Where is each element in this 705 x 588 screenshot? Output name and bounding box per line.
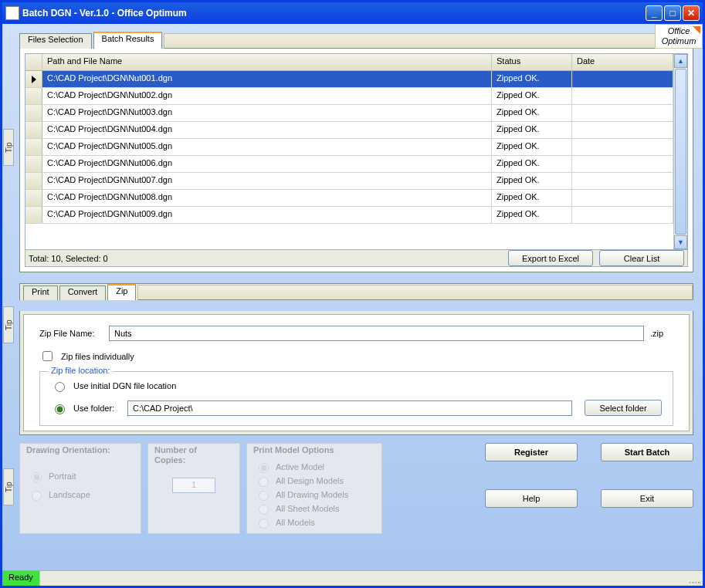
- cell-status: Zipped OK.: [492, 156, 572, 172]
- zip-location-legend: Zip file location:: [48, 366, 113, 375]
- table-row[interactable]: C:\CAD Project\DGN\Nut005.dgnZipped OK.: [25, 139, 673, 156]
- resize-grip[interactable]: [689, 571, 703, 586]
- table-row[interactable]: C:\CAD Project\DGN\Nut002.dgnZipped OK.: [25, 88, 673, 105]
- cell-date: [572, 207, 673, 223]
- table-row[interactable]: C:\CAD Project\DGN\Nut004.dgnZipped OK.: [25, 122, 673, 139]
- cell-date: [572, 139, 673, 155]
- zip-use-folder-radio[interactable]: [55, 404, 65, 414]
- close-button[interactable]: ✕: [683, 5, 700, 21]
- vertical-scrollbar[interactable]: ▲ ▼: [673, 54, 687, 249]
- cell-status: Zipped OK.: [492, 88, 572, 104]
- cell-status: Zipped OK.: [492, 105, 572, 121]
- cell-path: C:\CAD Project\DGN\Nut004.dgn: [42, 122, 492, 138]
- scroll-down-icon[interactable]: ▼: [674, 235, 687, 249]
- subtab-convert[interactable]: Convert: [59, 286, 107, 300]
- copies-value: 1: [172, 478, 215, 493]
- scroll-thumb[interactable]: [675, 69, 686, 235]
- tab-files-selection[interactable]: Files Selection: [19, 33, 92, 49]
- cell-status: Zipped OK.: [492, 122, 572, 138]
- cell-path: C:\CAD Project\DGN\Nut008.dgn: [42, 190, 492, 206]
- results-panel: Path and File Name Status Date C:\CAD Pr…: [19, 49, 693, 272]
- grid-footer: Total: 10, Selected: 0 Export to Excel C…: [25, 250, 688, 267]
- zip-use-folder-label: Use folder:: [73, 404, 121, 413]
- cell-path: C:\CAD Project\DGN\Nut002.dgn: [42, 88, 492, 104]
- copies-group: Number of Copies: 1: [147, 443, 240, 534]
- table-row[interactable]: C:\CAD Project\DGN\Nut001.dgnZipped OK.: [25, 71, 673, 88]
- zip-folder-input[interactable]: [127, 400, 572, 416]
- tip-button-1[interactable]: Tip: [3, 129, 14, 166]
- minimize-button[interactable]: _: [646, 5, 663, 21]
- printmodel-group: Print Model Options Active ModelAll Desi…: [246, 443, 382, 534]
- tab-batch-results[interactable]: Batch Results: [93, 32, 163, 49]
- printmodel-radio: [259, 491, 269, 501]
- cell-status: Zipped OK.: [492, 71, 572, 87]
- tip-button-3[interactable]: Tip: [3, 468, 14, 505]
- cell-path: C:\CAD Project\DGN\Nut003.dgn: [42, 105, 492, 121]
- grid-count-label: Total: 10, Selected: 0: [29, 254, 502, 263]
- statusbar: Ready: [2, 570, 703, 586]
- cell-date: [572, 173, 673, 189]
- cell-date: [572, 88, 673, 104]
- tip-button-2[interactable]: Tip: [3, 306, 14, 343]
- subtab-print[interactable]: Print: [23, 286, 58, 300]
- col-path[interactable]: Path and File Name: [42, 54, 492, 70]
- table-row[interactable]: C:\CAD Project\DGN\Nut007.dgnZipped OK.: [25, 173, 673, 190]
- top-tabstrip: Files Selection Batch Results: [19, 32, 693, 49]
- results-grid[interactable]: Path and File Name Status Date C:\CAD Pr…: [25, 53, 688, 250]
- cell-status: Zipped OK.: [492, 139, 572, 155]
- subtab-zip[interactable]: Zip: [107, 284, 136, 300]
- printmodel-radio: [259, 519, 269, 529]
- zip-use-initial-radio[interactable]: [55, 382, 65, 392]
- window: Batch DGN - Ver.1.0 - Office Optimum _ □…: [0, 0, 705, 588]
- portrait-radio: [32, 472, 42, 482]
- zip-individually-label: Zip files individually: [61, 352, 134, 361]
- current-row-icon: [32, 76, 36, 83]
- cell-status: Zipped OK.: [492, 207, 572, 223]
- table-row[interactable]: C:\CAD Project\DGN\Nut009.dgnZipped OK.: [25, 207, 673, 224]
- zip-ext-label: .zip: [650, 329, 673, 338]
- exit-button[interactable]: Exit: [601, 489, 693, 508]
- select-folder-button[interactable]: Select folder: [585, 400, 662, 416]
- cell-date: [572, 156, 673, 172]
- cell-path: C:\CAD Project\DGN\Nut007.dgn: [42, 173, 492, 189]
- zip-filename-label: Zip File Name:: [39, 329, 103, 338]
- table-row[interactable]: C:\CAD Project\DGN\Nut003.dgnZipped OK.: [25, 105, 673, 122]
- subpanel: Zip File Name: .zip Zip files individual…: [19, 311, 693, 435]
- cell-date: [572, 71, 673, 87]
- cell-status: Zipped OK.: [492, 173, 572, 189]
- app-icon: [5, 6, 19, 20]
- start-batch-button[interactable]: Start Batch: [601, 443, 693, 461]
- logo: OfficeOptimum: [655, 24, 703, 49]
- orientation-group: Drawing Orientation: Portrait Landscape: [19, 443, 141, 534]
- cell-path: C:\CAD Project\DGN\Nut005.dgn: [42, 139, 492, 155]
- export-excel-button[interactable]: Export to Excel: [508, 250, 593, 266]
- scroll-up-icon[interactable]: ▲: [674, 54, 687, 68]
- register-button[interactable]: Register: [485, 443, 578, 461]
- cell-date: [572, 105, 673, 121]
- help-button[interactable]: Help: [485, 489, 578, 508]
- zip-filename-input[interactable]: [109, 326, 644, 341]
- table-row[interactable]: C:\CAD Project\DGN\Nut008.dgnZipped OK.: [25, 190, 673, 207]
- cell-status: Zipped OK.: [492, 190, 572, 206]
- cell-date: [572, 122, 673, 138]
- landscape-radio: [32, 491, 42, 501]
- printmodel-radio: [259, 477, 269, 487]
- cell-path: C:\CAD Project\DGN\Nut006.dgn: [42, 156, 492, 172]
- main-area: OfficeOptimum Files Selection Batch Resu…: [16, 24, 703, 570]
- maximize-button[interactable]: □: [664, 5, 681, 21]
- clear-list-button[interactable]: Clear List: [599, 250, 684, 266]
- printmodel-radio: [259, 505, 269, 515]
- printmodel-radio: [259, 463, 269, 473]
- lower-zone: Drawing Orientation: Portrait Landscape …: [19, 443, 693, 534]
- cell-date: [572, 190, 673, 206]
- col-date[interactable]: Date: [572, 54, 673, 70]
- titlebar: Batch DGN - Ver.1.0 - Office Optimum _ □…: [2, 2, 703, 24]
- tipbar: Tip Tip Tip: [2, 24, 16, 570]
- table-row[interactable]: C:\CAD Project\DGN\Nut006.dgnZipped OK.: [25, 156, 673, 173]
- client-area: Tip Tip Tip OfficeOptimum Files Selectio…: [2, 24, 703, 570]
- status-ready: Ready: [2, 571, 40, 586]
- col-status[interactable]: Status: [492, 54, 572, 70]
- cell-path: C:\CAD Project\DGN\Nut001.dgn: [42, 71, 492, 87]
- zip-individually-checkbox[interactable]: [42, 351, 53, 361]
- subtabstrip: Print Convert Zip: [19, 283, 693, 300]
